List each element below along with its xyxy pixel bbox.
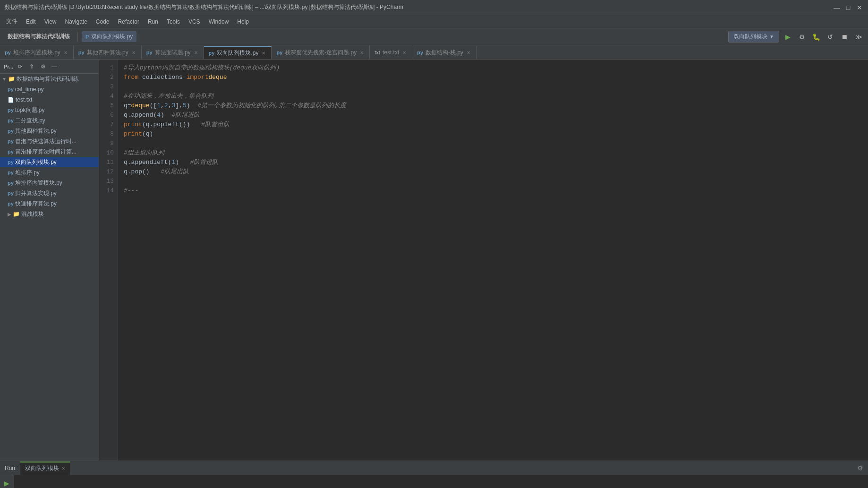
editor-tab-close-icon[interactable]: ✕ bbox=[63, 50, 68, 56]
build-button[interactable]: ⚙ bbox=[796, 31, 808, 43]
project-label: 数据结构与算法代码训练 bbox=[4, 31, 74, 42]
run-button[interactable]: ▶ bbox=[782, 31, 793, 43]
editor-tab-label: test.txt bbox=[383, 49, 399, 56]
sidebar-item-cal_time[interactable]: pycal_time.py bbox=[0, 84, 99, 94]
menu-item-vcs[interactable]: VCS bbox=[185, 17, 204, 26]
line-numbers: 1234567891011121314 bbox=[99, 60, 118, 461]
editor-tab-close-icon[interactable]: ✕ bbox=[401, 50, 407, 56]
sidebar-item-binary[interactable]: py二分查找.py bbox=[0, 115, 99, 126]
line-number: 9 bbox=[99, 139, 114, 148]
editor-tab-close-icon[interactable]: ✕ bbox=[466, 50, 471, 56]
sidebar-collapse-icon[interactable]: ⇑ bbox=[27, 62, 36, 71]
stop-button[interactable]: ⏹ bbox=[839, 31, 850, 43]
sidebar-project-label: Pr... bbox=[4, 64, 13, 69]
editor-tab-close-icon[interactable]: ✕ bbox=[261, 50, 266, 56]
close-button[interactable]: ✕ bbox=[856, 4, 863, 11]
run-content: ▶ ↑ ■ ↓ ⏸ ☰ ⇅ 📌 🖨 🗑 D:\Install\ANACONDA2… bbox=[0, 475, 868, 488]
editor-tab-tab1[interactable]: py堆排序内置模块.py✕ bbox=[0, 46, 74, 59]
text-file-icon: txt bbox=[374, 50, 380, 55]
sidebar-item-label: test.txt bbox=[16, 96, 32, 103]
title-bar: 数据结构与算法代码训练 [D:\Byrbt2018\Recent study f… bbox=[0, 0, 868, 15]
code-content[interactable]: #导入python内部自带的数据结构模块(deque双向队列)from coll… bbox=[118, 60, 868, 461]
editor-tab-tab3[interactable]: py算法面试题.py✕ bbox=[142, 46, 204, 59]
sidebar-item-label: 冒泡排序算法时间计算... bbox=[15, 148, 77, 156]
sidebar-item-label: 堆排序内置模块.py bbox=[15, 179, 62, 187]
maximize-button[interactable]: □ bbox=[844, 4, 852, 11]
sidebar-header: Pr... ⟳ ⇑ ⚙ — bbox=[0, 60, 99, 74]
line-number: 11 bbox=[99, 158, 114, 167]
code-line: #--- bbox=[124, 186, 862, 196]
minimize-button[interactable]: — bbox=[833, 4, 841, 11]
sidebar-item-test_txt[interactable]: 📄test.txt bbox=[0, 94, 99, 105]
sidebar-sync-icon[interactable]: ⟳ bbox=[16, 62, 25, 71]
editor-tab-tab6[interactable]: txttest.txt✕ bbox=[370, 46, 412, 59]
run-tab-close-icon[interactable]: ✕ bbox=[61, 466, 65, 471]
sidebar-item-quick[interactable]: py快速排序算法.py bbox=[0, 198, 99, 209]
menu-item-tools[interactable]: Tools bbox=[163, 17, 184, 26]
editor-tab-tab2[interactable]: py其他四种算法.py✕ bbox=[74, 46, 142, 59]
python-file-icon: py bbox=[8, 107, 14, 113]
menu-item-help[interactable]: Help bbox=[233, 17, 253, 26]
line-number: 3 bbox=[99, 82, 114, 92]
menu-item-文件[interactable]: 文件 bbox=[2, 16, 21, 27]
line-number: 6 bbox=[99, 111, 114, 120]
sidebar-item-topk[interactable]: pytopk问题.py bbox=[0, 105, 99, 115]
python-file-icon: py bbox=[146, 50, 153, 55]
python-file-icon: py bbox=[8, 170, 14, 175]
editor-tab-close-icon[interactable]: ✕ bbox=[131, 50, 136, 56]
sidebar-item-label: 冒泡与快速算法运行时... bbox=[15, 137, 77, 146]
line-number: 2 bbox=[99, 73, 114, 82]
sidebar-item-label: 混战模块 bbox=[21, 210, 44, 218]
sidebar-minimize-icon[interactable]: — bbox=[50, 62, 59, 71]
sidebar-root-folder[interactable]: ▼ 📁 数据结构与算法代码训练 bbox=[0, 74, 99, 84]
chevron-right-icon: ▶ bbox=[8, 212, 11, 217]
rerun-button[interactable]: ↺ bbox=[825, 31, 836, 43]
line-number: 13 bbox=[99, 177, 114, 186]
run-dropdown[interactable]: 双向队列模块 ▼ bbox=[728, 31, 779, 43]
run-panel-gear-icon[interactable]: ⚙ bbox=[857, 464, 863, 472]
sidebar-item-label: 归并算法实现.py bbox=[15, 189, 57, 197]
python-file-icon: py bbox=[8, 86, 14, 92]
sidebar-item-deque[interactable]: py双向队列模块.py bbox=[0, 157, 99, 167]
menu-item-code[interactable]: Code bbox=[92, 17, 113, 26]
breadcrumb-icon: P bbox=[85, 34, 89, 40]
menu-item-run[interactable]: Run bbox=[144, 17, 162, 26]
run-tab-label: 双向队列模块 bbox=[25, 464, 59, 472]
editor-tab-close-icon[interactable]: ✕ bbox=[359, 50, 365, 56]
editor-tab-tab7[interactable]: py数据结构-栈.py✕ bbox=[412, 46, 477, 59]
sidebar-settings-icon[interactable]: ⚙ bbox=[39, 62, 47, 71]
menu-item-navigate[interactable]: Navigate bbox=[61, 17, 91, 26]
run-play-button[interactable]: ▶ bbox=[2, 478, 12, 488]
editor-tabs: py堆排序内置模块.py✕py其他四种算法.py✕py算法面试题.py✕py双向… bbox=[0, 45, 868, 60]
menu-bar: 文件EditViewNavigateCodeRefactorRunToolsVC… bbox=[0, 15, 868, 28]
python-file-icon: py bbox=[276, 50, 282, 55]
sidebar-item-label: 快速排序算法.py bbox=[15, 200, 57, 208]
window-title: 数据结构与算法代码训练 [D:\Byrbt2018\Recent study f… bbox=[5, 3, 833, 11]
sidebar-item-four[interactable]: py其他四种算法.py bbox=[0, 126, 99, 136]
menu-item-view[interactable]: View bbox=[41, 17, 60, 26]
sidebar-item-more1[interactable]: ▶📁混战模块 bbox=[0, 209, 99, 219]
run-panel: Run: 双向队列模块 ✕ ⚙ ▶ ↑ ■ ↓ ⏸ ☰ ⇅ 📌 🖨 🗑 D:\I… bbox=[0, 461, 868, 488]
sidebar-item-bubble_time[interactable]: py冒泡排序算法时间计算... bbox=[0, 146, 99, 157]
menu-item-window[interactable]: Window bbox=[205, 17, 233, 26]
line-number: 1 bbox=[99, 63, 114, 73]
editor-tab-tab5[interactable]: py栈深度优先搜索-迷宫问题.py✕ bbox=[272, 46, 370, 59]
debug-button[interactable]: 🐛 bbox=[810, 31, 822, 43]
run-dropdown-label: 双向队列模块 bbox=[733, 33, 767, 41]
editor-tab-tab4[interactable]: py双向队列模块.py✕ bbox=[204, 46, 272, 59]
sidebar-item-heap[interactable]: py堆排序.py bbox=[0, 167, 99, 178]
python-file-icon: py bbox=[8, 128, 14, 134]
editor-tab-close-icon[interactable]: ✕ bbox=[193, 50, 199, 56]
sidebar-item-heap_builtin[interactable]: py堆排序内置模块.py bbox=[0, 178, 99, 188]
sidebar-item-merge[interactable]: py归并算法实现.py bbox=[0, 188, 99, 198]
code-line: print(q) bbox=[124, 129, 862, 139]
sidebar-item-bubble_run[interactable]: py冒泡与快速算法运行时... bbox=[0, 136, 99, 146]
main-layout: Pr... ⟳ ⇑ ⚙ — ▼ 📁 数据结构与算法代码训练 pycal_time… bbox=[0, 60, 868, 461]
menu-item-refactor[interactable]: Refactor bbox=[114, 17, 143, 26]
menu-item-edit[interactable]: Edit bbox=[22, 17, 40, 26]
sidebar-item-label: cal_time.py bbox=[15, 86, 44, 93]
more-button[interactable]: ≫ bbox=[853, 31, 864, 43]
run-tab[interactable]: 双向队列模块 ✕ bbox=[20, 462, 70, 475]
code-line: q=deque([1,2,3],5) #第一个参数为初始化的队列,第二个参数是队… bbox=[124, 101, 862, 111]
python-file-icon: py bbox=[209, 50, 215, 56]
